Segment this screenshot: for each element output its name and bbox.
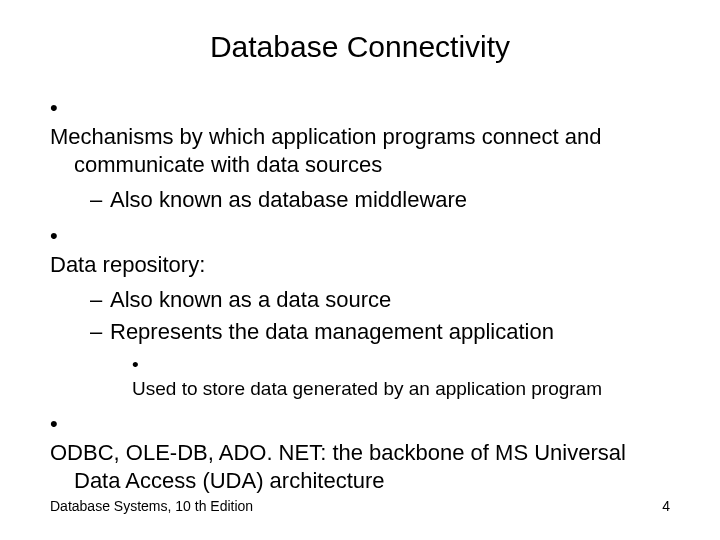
sub-bullet-item: Also known as database middleware	[90, 186, 670, 215]
bullet-item: Mechanisms by which application programs…	[50, 94, 670, 214]
slide-footer: Database Systems, 10 th Edition 4	[50, 498, 670, 514]
sub-bullet-item: Represents the data management applicati…	[90, 318, 670, 402]
bullet-item: Data repository: Also known as a data so…	[50, 222, 670, 402]
sub-sub-bullet-text: Used to store data generated by an appli…	[132, 377, 670, 402]
sub-sub-bullet-item: Used to store data generated by an appli…	[132, 353, 670, 402]
sub-bullet-text: Also known as database middleware	[110, 187, 467, 212]
slide-content: Mechanisms by which application programs…	[50, 94, 670, 496]
slide-number: 4	[662, 498, 670, 514]
bullet-text: Data repository:	[50, 251, 670, 280]
sub-bullet-item: Also known as a data source	[90, 286, 670, 315]
slide: Database Connectivity Mechanisms by whic…	[0, 0, 720, 540]
sub-bullet-list: Also known as a data source Represents t…	[50, 286, 670, 403]
sub-sub-bullet-list: Used to store data generated by an appli…	[90, 353, 670, 402]
footer-left: Database Systems, 10 th Edition	[50, 498, 253, 514]
bullet-list: Mechanisms by which application programs…	[50, 94, 670, 496]
sub-bullet-text: Also known as a data source	[110, 287, 391, 312]
bullet-text: ODBC, OLE-DB, ADO. NET: the backbone of …	[50, 439, 670, 496]
sub-bullet-list: Also known as database middleware	[50, 186, 670, 215]
slide-title: Database Connectivity	[50, 30, 670, 64]
bullet-text: Mechanisms by which application programs…	[50, 123, 670, 180]
bullet-item: ODBC, OLE-DB, ADO. NET: the backbone of …	[50, 410, 670, 496]
sub-bullet-text: Represents the data management applicati…	[110, 319, 554, 344]
